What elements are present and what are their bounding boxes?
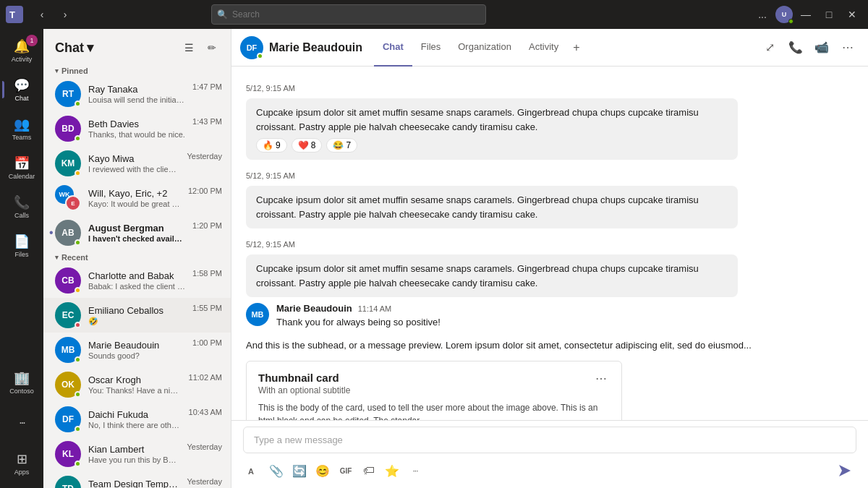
sidebar-item-activity[interactable]: 🔔 1 Activity [3, 32, 41, 69]
chat-item-ray[interactable]: RT Ray Tanaka Louisa will send the initi… [43, 77, 231, 111]
compose-button[interactable]: ✏ [202, 38, 222, 58]
chat-item-oscar[interactable]: OK Oscar Krogh You: Thanks! Have a nice.… [43, 367, 231, 402]
thumbnail-card-title: Thumbnail card [258, 372, 350, 384]
message-bubble-1: Cupcake ipsum dolor sit amet muffin sesa… [246, 98, 738, 160]
chat-sidebar: Chat ▾ ☰ ✏ ▾ Pinned RT Ray Tanaka Louisa… [43, 29, 231, 488]
tab-chat[interactable]: Chat [374, 29, 412, 67]
sidebar-item-chat[interactable]: 💬 Chat [3, 71, 41, 108]
avatar-charlotte: CB [55, 267, 81, 294]
sidebar-item-more[interactable]: ··· [3, 404, 41, 442]
chat-header-name: Marie Beaudouin [269, 41, 362, 54]
svg-marker-3 [839, 465, 851, 476]
chat-item-team-design[interactable]: TD Team Design Template Reta: Let's set … [43, 471, 231, 488]
tab-activity[interactable]: Activity [520, 29, 567, 67]
chat-name-kayo: Kayo Miwa [88, 153, 179, 164]
thumbnail-card: Thumbnail card With an optional subtitle… [246, 361, 622, 420]
minimize-button[interactable]: — [796, 4, 816, 25]
back-button[interactable]: ‹ [32, 4, 52, 25]
activity-label: Activity [12, 56, 33, 63]
status-emiliano [75, 322, 81, 328]
chat-time-marie: 1:00 PM [192, 338, 222, 347]
status-charlotte [75, 287, 81, 294]
pinned-section-header[interactable]: ▾ Pinned [43, 64, 231, 77]
search-input[interactable] [211, 4, 486, 25]
contoso-icon: 🏢 [14, 370, 30, 386]
thumbnail-card-subtitle: With an optional subtitle [258, 385, 350, 395]
message-reactions-1: 🔥 9 ❤️ 8 😂 7 [256, 138, 728, 153]
emoji-button[interactable]: 😊 [312, 461, 333, 481]
maximize-button[interactable]: □ [819, 4, 839, 25]
forward-button[interactable]: › [55, 4, 75, 25]
loop-button[interactable]: 🔄 [289, 461, 310, 481]
reaction-laugh[interactable]: 😂 7 [326, 138, 357, 153]
avatar-kian: KL [55, 441, 81, 467]
send-button[interactable] [833, 459, 856, 482]
nav-buttons: ‹ › [32, 4, 75, 25]
chat-preview-kayo: I reviewed with the client on... [88, 165, 179, 174]
sidebar-item-apps[interactable]: ⊞ Apps [3, 445, 41, 482]
chat-name-will: Will, Kayo, Eric, +2 [88, 188, 181, 199]
chat-item-daichi[interactable]: DF Daichi Fukuda No, I think there are o… [43, 402, 231, 437]
chat-item-charlotte[interactable]: CB Charlotte and Babak Babak: I asked th… [43, 263, 231, 298]
chat-preview-marie: Sounds good? [88, 351, 185, 360]
sidebar-item-contoso[interactable]: 🏢 Contoso [3, 364, 41, 401]
messages-area: 5/12, 9:15 AM Cupcake ipsum dolor sit am… [231, 67, 868, 420]
more-actions-button[interactable]: ⋯ [836, 36, 859, 59]
sidebar-header-actions: ☰ ✏ [179, 38, 222, 58]
close-button[interactable]: ✕ [842, 4, 862, 25]
tab-add-button[interactable]: + [567, 29, 585, 67]
chat-item-kian[interactable]: KL Kian Lambert Have you run this by Bet… [43, 437, 231, 471]
sidebar-item-calendar[interactable]: 📅 Calendar [3, 149, 41, 187]
sidebar-item-calls[interactable]: 📞 Calls [3, 188, 41, 226]
card-more-button[interactable]: ⋯ [592, 372, 610, 385]
more-options-button[interactable]: ... [752, 4, 773, 25]
gif-button[interactable]: GIF [336, 461, 356, 481]
message-input-placeholder[interactable]: Type a new message [243, 427, 856, 453]
recent-section-header[interactable]: ▾ Recent [43, 250, 231, 263]
chat-item-august[interactable]: AB August Bergman I haven't checked avai… [43, 215, 231, 250]
tab-organization[interactable]: Organization [449, 29, 520, 67]
sidebar-item-files[interactable]: 📄 Files [3, 227, 41, 265]
chat-time-team-design: Yesterday [187, 477, 222, 486]
chat-name-beth: Beth Davies [88, 119, 185, 129]
tab-files[interactable]: Files [412, 29, 449, 67]
chat-name-team-design: Team Design Template [88, 479, 179, 488]
message-sender-name: Marie Beaudouin [276, 303, 352, 314]
user-avatar[interactable]: U [775, 6, 793, 23]
chat-item-beth[interactable]: BD Beth Davies Thanks, that would be nic… [43, 111, 231, 146]
expand-button[interactable]: ⤢ [758, 36, 781, 59]
teams-label: Teams [12, 134, 32, 141]
filter-button[interactable]: ☰ [179, 38, 199, 58]
chat-time-emiliano: 1:55 PM [192, 304, 222, 312]
chat-item-will-group[interactable]: WK E Will, Kayo, Eric, +2 Kayo: It would… [43, 181, 231, 215]
reaction-fire[interactable]: 🔥 9 [256, 138, 287, 153]
chat-item-kayo[interactable]: KM Kayo Miwa I reviewed with the client … [43, 146, 231, 181]
toolbar-more-button[interactable]: ··· [405, 461, 425, 481]
audio-call-button[interactable]: 📞 [784, 36, 807, 59]
message-row-header: Marie Beaudouin 11:14 AM [276, 303, 854, 314]
sidebar-title[interactable]: Chat ▾ [55, 40, 93, 56]
message-bubble-2: Cupcake ipsum dolor sit amet muffin sesa… [246, 186, 738, 228]
avatar-marie: MB [55, 337, 81, 363]
chat-time-ray: 1:47 PM [192, 82, 222, 91]
message-row-content: Marie Beaudouin 11:14 AM Thank you for a… [276, 303, 854, 330]
chat-name-ray: Ray Tanaka [88, 84, 185, 95]
msg-time-3: 5/12, 9:15 AM [246, 240, 854, 249]
reaction-heart[interactable]: ❤️ 8 [292, 138, 323, 153]
svg-text:A: A [248, 467, 254, 476]
format-button[interactable]: A [243, 461, 263, 481]
chat-time-kayo: Yesterday [187, 152, 222, 160]
praise-button[interactable]: ⭐ [382, 461, 402, 481]
sidebar-item-teams[interactable]: 👥 Teams [3, 110, 41, 147]
message-input-area: Type a new message A 📎 🔄 😊 GIF 🏷 ⭐ ··· [231, 420, 868, 488]
chat-info-charlotte: Charlotte and Babak Babak: I asked the c… [88, 270, 185, 291]
attach-button[interactable]: 📎 [266, 461, 286, 481]
avatar-beth: BD [55, 116, 81, 142]
chat-item-emiliano[interactable]: EC Emiliano Ceballos 🤣 1:55 PM [43, 298, 231, 333]
chat-preview-charlotte: Babak: I asked the client to send... [88, 282, 185, 291]
video-call-button[interactable]: 📹 [810, 36, 833, 59]
chat-info-beth: Beth Davies Thanks, that would be nice. [88, 119, 185, 139]
message-toolbar: A 📎 🔄 😊 GIF 🏷 ⭐ ··· [243, 459, 856, 482]
sticker-button[interactable]: 🏷 [359, 461, 379, 481]
chat-item-marie[interactable]: MB Marie Beaudouin Sounds good? 1:00 PM [43, 333, 231, 367]
